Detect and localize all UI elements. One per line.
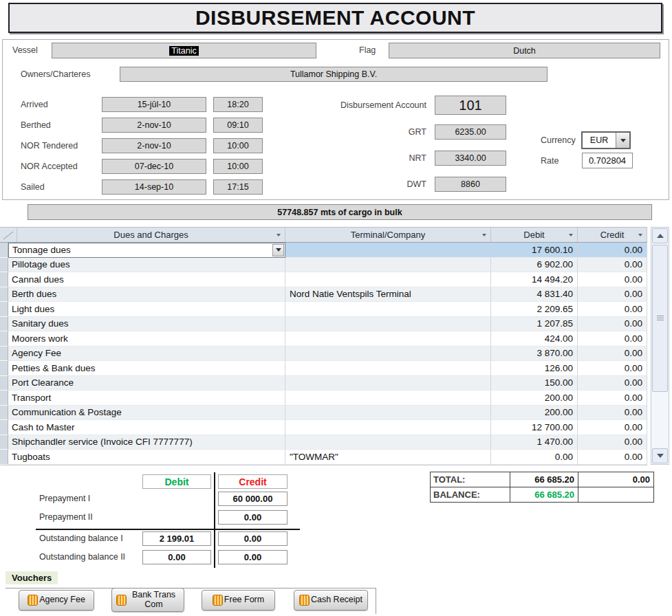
debit-cell[interactable]: 126.00 <box>491 361 578 376</box>
credit-cell[interactable]: 0.00 <box>578 390 647 406</box>
debit-cell[interactable]: 3 870.00 <box>491 346 578 362</box>
terminal-cell[interactable] <box>285 243 491 258</box>
vertical-scrollbar[interactable] <box>651 227 669 465</box>
credit-cell[interactable]: 0.00 <box>578 435 647 450</box>
filter-dropdown-icon[interactable] <box>482 234 486 236</box>
disbursement-account-input[interactable]: 101 <box>435 96 506 115</box>
summary-debit-input[interactable]: 0.00 <box>142 550 211 564</box>
terminal-cell[interactable] <box>285 317 491 332</box>
scroll-up-button[interactable] <box>652 228 668 243</box>
table-row[interactable]: Communication & Postage 200.00 0.00 <box>0 406 647 421</box>
terminal-cell[interactable] <box>285 346 491 362</box>
voucher-button-bank-trans-com[interactable]: Bank Trans Com <box>111 588 184 612</box>
dues-cell[interactable]: Tugboats <box>8 450 285 465</box>
owners-input[interactable]: Tullamor Shipping B.V. <box>120 67 548 82</box>
terminal-cell[interactable] <box>285 376 491 391</box>
tonnage-input[interactable]: 8860 <box>435 177 506 192</box>
rate-input[interactable]: 0.702804 <box>582 153 633 168</box>
debit-cell[interactable]: 1 207.85 <box>491 317 578 332</box>
scroll-down-button[interactable] <box>652 448 668 463</box>
credit-cell[interactable]: 0.00 <box>578 287 647 302</box>
table-row[interactable]: Pillotage dues 6 902.00 0.00 <box>0 258 647 273</box>
dues-cell[interactable]: Cash to Master <box>8 420 285 435</box>
table-row[interactable]: Tugboats "TOWMAR" 0.00 0.00 <box>0 450 647 465</box>
credit-cell[interactable]: 0.00 <box>578 272 647 287</box>
table-row[interactable]: Berth dues Nord Natie Ventspils Terminal… <box>0 287 647 302</box>
voucher-button-free-form[interactable]: Free Form <box>202 590 275 610</box>
credit-cell[interactable]: 0.00 <box>578 258 647 273</box>
dues-cell[interactable]: Cannal dues <box>8 272 285 287</box>
debit-cell[interactable]: 17 600.10 <box>491 243 578 258</box>
table-row[interactable]: Petties & Bank dues 126.00 0.00 <box>0 361 647 376</box>
scrollbar-thumb[interactable] <box>652 245 668 392</box>
filter-dropdown-icon[interactable] <box>569 234 573 236</box>
column-header-terminal[interactable]: Terminal/Company <box>285 228 491 242</box>
dues-cell[interactable]: Communication & Postage <box>8 406 285 421</box>
summary-credit-input[interactable]: 0.00 <box>218 550 288 564</box>
dues-cell[interactable]: Port Clearance <box>8 376 285 391</box>
debit-cell[interactable]: 200.00 <box>491 406 578 421</box>
dues-cell[interactable]: Tonnage dues <box>8 243 285 258</box>
terminal-cell[interactable]: Nord Natie Ventspils Terminal <box>285 287 491 302</box>
time-input[interactable]: 18:20 <box>213 97 263 112</box>
table-row[interactable]: Sanitary dues 1 207.85 0.00 <box>0 317 647 332</box>
table-row[interactable]: Port Clearance 150.00 0.00 <box>0 376 647 391</box>
voucher-button-cash-receipt[interactable]: Cash Receipt <box>294 590 368 610</box>
dues-dropdown-button[interactable] <box>272 244 284 256</box>
credit-cell[interactable]: 0.00 <box>578 302 647 317</box>
debit-cell[interactable]: 6 902.00 <box>491 258 578 273</box>
dues-cell[interactable]: Shipchandler service (Invoice CFI 777777… <box>8 435 285 450</box>
table-row[interactable]: Light dues 2 209.65 0.00 <box>0 302 647 317</box>
table-row[interactable]: Cash to Master 12 700.00 0.00 <box>0 420 647 435</box>
tonnage-input[interactable]: 3340.00 <box>435 151 506 166</box>
summary-credit-input[interactable]: 0.00 <box>218 510 288 525</box>
terminal-cell[interactable]: "TOWMAR" <box>285 450 491 465</box>
terminal-cell[interactable] <box>285 258 491 273</box>
voucher-button-agency-fee[interactable]: Agency Fee <box>19 590 94 610</box>
debit-cell[interactable]: 12 700.00 <box>491 420 578 435</box>
table-row[interactable]: Tonnage dues 17 600.10 0.00 <box>0 243 647 258</box>
date-input[interactable]: 15-jūl-10 <box>102 97 206 112</box>
dues-cell[interactable]: Berth dues <box>8 287 285 302</box>
currency-dropdown-button[interactable] <box>616 133 629 148</box>
debit-cell[interactable]: 424.00 <box>491 331 578 346</box>
credit-cell[interactable]: 0.00 <box>578 243 647 258</box>
terminal-cell[interactable] <box>285 331 491 346</box>
terminal-cell[interactable] <box>285 406 491 421</box>
credit-cell[interactable]: 0.00 <box>578 376 647 391</box>
dues-cell[interactable]: Light dues <box>8 302 285 317</box>
filter-dropdown-icon[interactable] <box>277 234 281 236</box>
table-row[interactable]: Agency Fee 3 870.00 0.00 <box>0 346 647 362</box>
credit-cell[interactable]: 0.00 <box>578 361 647 376</box>
credit-cell[interactable]: 0.00 <box>578 450 647 465</box>
debit-cell[interactable]: 200.00 <box>491 390 578 406</box>
vessel-input[interactable]: Titanic <box>52 43 316 58</box>
currency-select[interactable]: EUR <box>581 131 631 149</box>
table-row[interactable]: Cannal dues 14 494.20 0.00 <box>0 272 647 287</box>
credit-cell[interactable]: 0.00 <box>578 406 647 421</box>
terminal-cell[interactable] <box>285 435 491 450</box>
dues-cell[interactable]: Moorers work <box>8 331 285 346</box>
dues-cell[interactable]: Transport <box>8 390 285 406</box>
dues-cell[interactable]: Sanitary dues <box>8 317 285 332</box>
table-row[interactable]: Transport 200.00 0.00 <box>0 390 647 406</box>
debit-cell[interactable]: 14 494.20 <box>491 272 578 287</box>
dues-cell[interactable]: Pillotage dues <box>8 258 285 273</box>
terminal-cell[interactable] <box>285 390 491 406</box>
summary-debit-input[interactable]: 2 199.01 <box>142 531 211 546</box>
credit-cell[interactable]: 0.00 <box>578 331 647 346</box>
credit-cell[interactable]: 0.00 <box>578 346 647 362</box>
summary-credit-input[interactable]: 60 000.00 <box>218 492 288 506</box>
column-header-debit[interactable]: Debit <box>491 228 578 242</box>
credit-cell[interactable]: 0.00 <box>578 317 647 332</box>
debit-cell[interactable]: 1 470.00 <box>491 435 578 450</box>
debit-cell[interactable]: 0.00 <box>491 450 578 465</box>
terminal-cell[interactable] <box>285 361 491 376</box>
debit-cell[interactable]: 150.00 <box>491 376 578 391</box>
terminal-cell[interactable] <box>285 420 491 435</box>
summary-credit-input[interactable]: 0.00 <box>218 531 288 546</box>
terminal-cell[interactable] <box>285 302 491 317</box>
terminal-cell[interactable] <box>285 272 491 287</box>
column-header-dues[interactable]: Dues and Charges <box>17 228 285 242</box>
table-row[interactable]: Moorers work 424.00 0.00 <box>0 331 647 346</box>
